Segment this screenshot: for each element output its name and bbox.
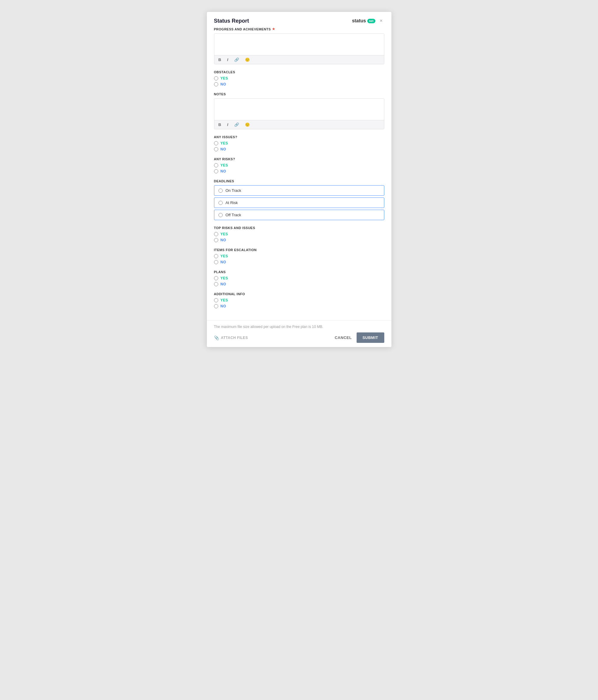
modal-header: Status Report status net ×	[207, 12, 391, 27]
deadline-off-track-option[interactable]: Off Track	[214, 210, 384, 220]
any-issues-no-option[interactable]: NO	[214, 147, 384, 151]
progress-bold-btn[interactable]: B	[217, 57, 223, 62]
notes-section: NOTES B I 🔗 🙂	[214, 92, 384, 129]
escalation-yes-label: YES	[220, 254, 228, 258]
additional-info-yes-radio[interactable]	[214, 298, 218, 302]
deadline-on-track-radio[interactable]	[218, 189, 223, 193]
escalation-no-label: NO	[220, 260, 226, 264]
plans-no-option[interactable]: NO	[214, 282, 384, 286]
deadlines-label: DEADLINES	[214, 179, 384, 183]
progress-link-btn[interactable]: 🔗	[233, 57, 240, 62]
plans-label: PLANS	[214, 270, 384, 274]
escalation-yes-radio[interactable]	[214, 254, 218, 258]
any-risks-no-radio[interactable]	[214, 169, 218, 173]
escalation-radio-group: YES NO	[214, 254, 384, 264]
additional-info-yes-option[interactable]: YES	[214, 298, 384, 302]
any-issues-yes-label: YES	[220, 141, 228, 145]
progress-italic-btn[interactable]: I	[226, 57, 230, 62]
notes-italic-btn[interactable]: I	[226, 122, 230, 127]
deadline-at-risk-label: At Risk	[226, 200, 238, 205]
plans-no-radio[interactable]	[214, 282, 218, 286]
any-risks-section: ANY RISKS? YES NO	[214, 157, 384, 173]
additional-info-radio-group: YES NO	[214, 298, 384, 308]
attach-files-label: ATTACH FILES	[221, 336, 248, 340]
notes-link-btn[interactable]: 🔗	[233, 122, 240, 127]
notes-bold-btn[interactable]: B	[217, 122, 223, 127]
top-risks-yes-label: YES	[220, 232, 228, 236]
obstacles-no-label: NO	[220, 82, 226, 86]
obstacles-radio-group: YES NO	[214, 76, 384, 86]
any-risks-label: ANY RISKS?	[214, 157, 384, 161]
obstacles-yes-label: YES	[220, 76, 228, 80]
obstacles-label: OBSTACLES	[214, 70, 384, 74]
plans-radio-group: YES NO	[214, 276, 384, 286]
close-button[interactable]: ×	[378, 18, 384, 24]
deadline-at-risk-radio[interactable]	[218, 201, 223, 205]
any-risks-radio-group: YES NO	[214, 163, 384, 173]
any-issues-no-radio[interactable]	[214, 147, 218, 151]
notes-toolbar: B I 🔗 🙂	[214, 120, 384, 129]
additional-info-no-radio[interactable]	[214, 304, 218, 308]
escalation-no-radio[interactable]	[214, 260, 218, 264]
top-risks-no-radio[interactable]	[214, 238, 218, 242]
top-risks-radio-group: YES NO	[214, 232, 384, 242]
top-risks-yes-radio[interactable]	[214, 232, 218, 236]
plans-yes-option[interactable]: YES	[214, 276, 384, 280]
obstacles-no-radio[interactable]	[214, 82, 218, 86]
notes-emoji-btn[interactable]: 🙂	[244, 122, 251, 127]
deadline-on-track-label: On Track	[226, 188, 241, 193]
any-risks-yes-label: YES	[220, 163, 228, 168]
progress-toolbar: B I 🔗 🙂	[214, 55, 384, 64]
plans-section: PLANS YES NO	[214, 270, 384, 286]
submit-button[interactable]: SUBMIT	[357, 332, 384, 343]
top-risks-no-label: NO	[220, 238, 226, 242]
file-info-text: The maximum file size allowed per upload…	[214, 325, 384, 329]
required-star: ★	[272, 27, 275, 31]
deadline-off-track-radio[interactable]	[218, 213, 223, 217]
any-issues-yes-radio[interactable]	[214, 141, 218, 145]
footer-actions: 📎 ATTACH FILES CANCEL SUBMIT	[214, 332, 384, 343]
notes-label: NOTES	[214, 92, 384, 96]
any-risks-no-option[interactable]: NO	[214, 169, 384, 173]
any-issues-radio-group: YES NO	[214, 141, 384, 151]
top-risks-section: TOP RISKS AND ISSUES YES NO	[214, 226, 384, 242]
brand-logo: status net	[352, 18, 375, 24]
escalation-no-option[interactable]: NO	[214, 260, 384, 264]
deadlines-section: DEADLINES On Track At Risk Off Track	[214, 179, 384, 220]
additional-info-no-label: NO	[220, 304, 226, 308]
any-issues-yes-option[interactable]: YES	[214, 141, 384, 145]
escalation-yes-option[interactable]: YES	[214, 254, 384, 258]
deadline-at-risk-option[interactable]: At Risk	[214, 198, 384, 208]
any-risks-yes-option[interactable]: YES	[214, 163, 384, 168]
modal-title: Status Report	[214, 18, 249, 24]
obstacles-no-option[interactable]: NO	[214, 82, 384, 86]
progress-editor: B I 🔗 🙂	[214, 33, 384, 64]
escalation-section: ITEMS FOR ESCALATION YES NO	[214, 248, 384, 264]
top-risks-no-option[interactable]: NO	[214, 238, 384, 242]
plans-no-label: NO	[220, 282, 226, 286]
cancel-button[interactable]: CANCEL	[335, 335, 352, 340]
deadline-on-track-option[interactable]: On Track	[214, 185, 384, 196]
additional-info-yes-label: YES	[220, 298, 228, 302]
modal-footer: The maximum file size allowed per upload…	[207, 320, 391, 347]
obstacles-yes-radio[interactable]	[214, 76, 218, 80]
modal-body: PROGRESS AND ACHIEVEMENTS ★ B I 🔗 🙂 OBST…	[207, 27, 391, 320]
obstacles-section: OBSTACLES YES NO	[214, 70, 384, 86]
top-risks-label: TOP RISKS AND ISSUES	[214, 226, 384, 230]
additional-info-label: ADDITIONAL INFO	[214, 292, 384, 296]
any-risks-yes-radio[interactable]	[214, 163, 218, 168]
footer-right-actions: CANCEL SUBMIT	[335, 332, 384, 343]
paperclip-icon: 📎	[214, 335, 219, 340]
additional-info-no-option[interactable]: NO	[214, 304, 384, 308]
notes-input[interactable]	[214, 99, 384, 119]
progress-section: PROGRESS AND ACHIEVEMENTS ★ B I 🔗 🙂	[214, 27, 384, 64]
escalation-label: ITEMS FOR ESCALATION	[214, 248, 384, 252]
attach-files-button[interactable]: 📎 ATTACH FILES	[214, 335, 248, 340]
plans-yes-radio[interactable]	[214, 276, 218, 280]
progress-label: PROGRESS AND ACHIEVEMENTS ★	[214, 27, 384, 31]
progress-input[interactable]	[214, 34, 384, 54]
progress-emoji-btn[interactable]: 🙂	[244, 57, 251, 62]
any-issues-section: ANY ISSUES? YES NO	[214, 135, 384, 151]
top-risks-yes-option[interactable]: YES	[214, 232, 384, 236]
obstacles-yes-option[interactable]: YES	[214, 76, 384, 80]
